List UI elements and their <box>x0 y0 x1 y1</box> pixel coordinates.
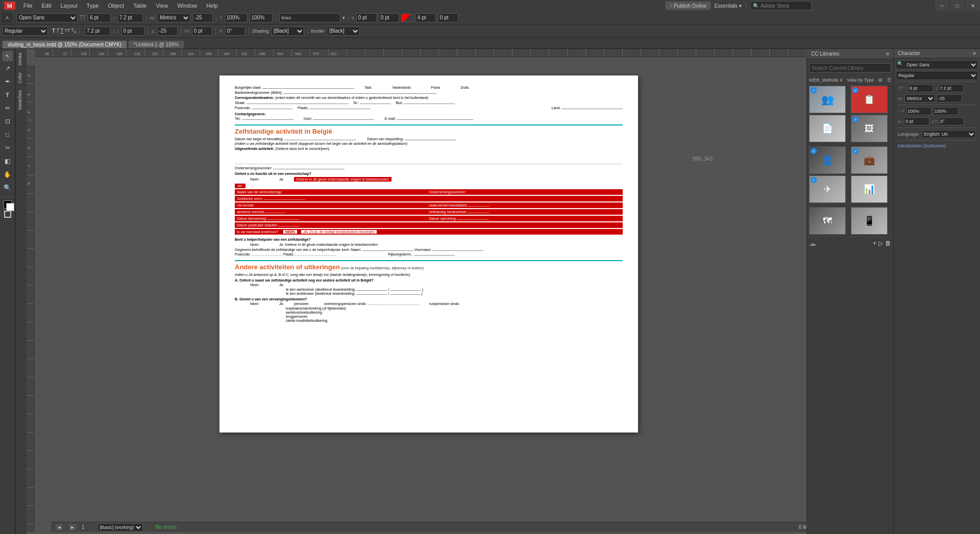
publish-online-button[interactable]: ↑ Publish Online <box>665 1 711 10</box>
menu-layout[interactable]: Layout <box>56 2 81 10</box>
vruler-tick4: 5 <box>27 129 31 131</box>
join-input[interactable] <box>438 13 458 22</box>
ruler-432: 432 <box>241 52 248 56</box>
stroke-color-field[interactable]: lines <box>279 13 340 22</box>
lib-thumb-1[interactable]: ✓ 👥 <box>809 86 846 113</box>
lib-thumb-4[interactable]: ✓ 🖼 <box>851 115 888 142</box>
separator <box>215 28 216 35</box>
font-size-input[interactable] <box>88 13 111 22</box>
lib-delete-icon[interactable]: 🗑 <box>885 240 891 247</box>
char-kerning-select[interactable]: Metrics <box>904 94 935 103</box>
menu-edit[interactable]: Edit <box>38 2 56 10</box>
rectangle-frame-tool[interactable]: ⊡ <box>2 115 14 128</box>
prev-page-button[interactable]: ◄ <box>55 524 63 531</box>
miter-input[interactable] <box>379 13 399 22</box>
view-by-type[interactable]: View by Type <box>847 78 874 83</box>
char-leading-input[interactable] <box>938 84 964 92</box>
maximize-button[interactable]: □ <box>949 0 965 11</box>
stroke-tab[interactable]: Stroke <box>16 49 27 69</box>
menu-object[interactable]: Object <box>104 2 128 10</box>
burgerlijke-staat-row: Burgerlijke staat: Taal: Nederlands Fran… <box>235 86 623 89</box>
lib-speaker-icon[interactable]: ▷ <box>878 240 883 247</box>
separator <box>91 524 91 531</box>
fill-color[interactable] <box>4 200 12 209</box>
char-hscale-input[interactable] <box>906 107 932 115</box>
type-tool[interactable]: T <box>2 89 14 101</box>
char-style-select[interactable]: Regular <box>896 71 978 80</box>
lib-thumb-7[interactable]: ✓ ✈ <box>809 175 846 203</box>
char-baseline-input[interactable] <box>904 117 929 125</box>
tracking-input[interactable] <box>192 13 213 22</box>
swatches-tab[interactable]: Swatches <box>16 87 27 113</box>
contact-row: Tel.: Gsm: E-mail: <box>235 117 623 120</box>
kerning-select[interactable]: Metrics <box>157 13 190 22</box>
cap-input[interactable] <box>415 13 436 22</box>
grid-view-icon[interactable]: ⊞ <box>878 78 883 83</box>
ruler-468: 468 <box>259 52 265 56</box>
lib-thumb-9[interactable]: 🗺 <box>809 207 846 235</box>
stroke-color-swatch[interactable] <box>401 14 413 22</box>
character-panel-menu[interactable]: ≡ <box>973 50 976 56</box>
tab-document2[interactable]: *Untitled-1 @ 189% <box>128 40 184 48</box>
hand-tool[interactable]: ✋ <box>2 168 14 181</box>
menu-help[interactable]: Help <box>202 2 222 10</box>
menu-file[interactable]: File <box>19 2 37 10</box>
activiteit-space <box>235 154 623 164</box>
tab-document1[interactable]: sluiting_nl_basis.indd @ 150% (Document … <box>2 40 127 48</box>
char-tracking-input[interactable] <box>937 94 962 103</box>
skew-input[interactable] <box>157 27 178 36</box>
section-a-opts: Neen Ja: <box>235 283 623 287</box>
lib-thumb-6[interactable]: ✓ 💼 <box>851 146 888 174</box>
memory-usage: 6 MB <box>799 524 806 530</box>
gradient-tool[interactable]: ◧ <box>2 155 14 167</box>
color-tab[interactable]: Color <box>16 69 27 87</box>
style-select[interactable]: Regular <box>2 27 48 36</box>
list-view-icon[interactable]: ☰ <box>887 78 891 83</box>
lib-thumb-8[interactable]: 📊 <box>851 175 888 203</box>
char-language-select[interactable]: English: UK <box>922 130 976 138</box>
direct-selection-tool[interactable]: ↗ <box>2 62 14 74</box>
close-button[interactable]: ✕ <box>965 0 980 11</box>
baseline-input[interactable] <box>121 27 144 36</box>
menu-window[interactable]: Window <box>173 2 201 10</box>
lib-thumb-3[interactable]: 📄 <box>809 115 846 142</box>
menu-type[interactable]: Type <box>83 2 103 10</box>
pen-tool[interactable]: ✒ <box>2 75 14 88</box>
hscale-input[interactable] <box>225 13 248 22</box>
stroke-color[interactable] <box>4 211 11 218</box>
section2-title: Andere activiteiten of uitkeringen (voor… <box>235 260 623 271</box>
vscale-input[interactable] <box>250 13 273 22</box>
tracking2-input[interactable] <box>192 27 212 36</box>
next-page-button[interactable]: ► <box>68 524 77 531</box>
pencil-tool[interactable]: ✏ <box>2 102 14 114</box>
separator <box>276 14 276 21</box>
size-input2[interactable] <box>85 27 110 36</box>
lib-thumb-2[interactable]: ✓ 📋 <box>851 86 888 113</box>
char-skew-input[interactable] <box>939 117 964 125</box>
cc-libraries-search[interactable] <box>809 63 891 72</box>
cc-libraries-menu-icon[interactable]: ≡ <box>886 51 889 57</box>
adobe-stock-search[interactable]: 🔍 Adobe Stock <box>750 1 812 10</box>
menu-view[interactable]: View <box>152 2 172 10</box>
char-size-input[interactable] <box>908 84 934 92</box>
rectangle-tool[interactable]: □ <box>2 129 14 141</box>
lib-thumb-5[interactable]: ✓ 👤 <box>809 146 846 174</box>
essentials-dropdown[interactable]: Essentials ▾ <box>714 3 742 9</box>
selection-tool[interactable]: ↖ <box>3 51 13 61</box>
char-vscale-input[interactable] <box>933 107 959 115</box>
shading-select[interactable]: [Black] <box>271 27 304 36</box>
scissors-tool[interactable]: ✂ <box>2 142 14 154</box>
lib-thumb-10[interactable]: 📱 <box>851 207 888 235</box>
zoom-tool[interactable]: 🔍 <box>2 182 14 194</box>
add-to-lib-icon[interactable]: + <box>873 240 876 247</box>
rotation-input[interactable] <box>225 27 246 36</box>
menu-table[interactable]: Table <box>129 2 151 10</box>
leading-input[interactable] <box>117 13 143 22</box>
border-select[interactable]: [Black] <box>327 27 360 36</box>
style-dropdown[interactable]: [Basic] (working) <box>97 523 143 531</box>
char-font-select[interactable]: Open Sans <box>896 60 978 69</box>
minimize-button[interactable]: ─ <box>934 0 949 11</box>
font-name-select[interactable]: Open Sans <box>16 13 78 22</box>
ruler-360: 360 <box>206 52 212 56</box>
stroke-weight-input[interactable] <box>356 13 377 22</box>
